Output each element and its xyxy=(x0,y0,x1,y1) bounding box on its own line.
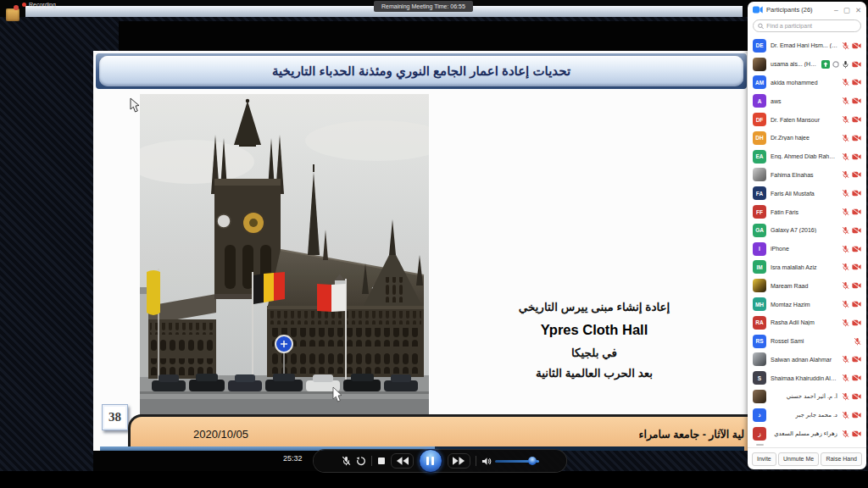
presentation-backdrop-top xyxy=(119,21,749,51)
participant-row[interactable]: usama als... (Host) xyxy=(748,55,866,74)
close-button[interactable]: ✕ xyxy=(855,6,861,14)
slide-footer-institution: لية الآثار - جامعة سامراء xyxy=(639,428,744,441)
recording-indicator: Recording xyxy=(22,2,56,8)
participant-row[interactable]: I iPhone xyxy=(748,240,866,258)
recording-app-icon[interactable] xyxy=(6,8,19,21)
participant-row[interactable]: ز زهراء زهير مسلم السعدي xyxy=(748,424,866,443)
restart-button[interactable] xyxy=(356,456,366,466)
slide-body-line: بعد الحرب العالمية الثانية xyxy=(473,363,715,384)
mute-mic-button[interactable] xyxy=(342,456,351,466)
participant-row[interactable]: RS Rossel Sami xyxy=(748,332,866,351)
participant-row[interactable]: Maream Raad xyxy=(748,276,866,295)
unmute-me-button[interactable]: Unmute Me xyxy=(778,452,819,466)
slide-footer-banner: 2020/10/05 لية الآثار - جامعة سامراء xyxy=(128,414,749,451)
participant-name: د. محمد جابر جبر xyxy=(771,412,837,419)
participant-icons xyxy=(854,337,861,346)
muted-mic-icon xyxy=(842,42,849,50)
participant-icons xyxy=(842,430,861,438)
video-off-icon xyxy=(852,135,861,141)
participant-icons xyxy=(842,115,861,124)
screen-share-area: تحديات إعادة اعمار الجامع النوري ومئذنة … xyxy=(0,17,868,471)
participant-row[interactable]: DF Dr. Faten Mansour xyxy=(748,110,866,129)
invite-button[interactable]: Invite xyxy=(752,452,776,466)
participant-name: أ. م. أثير أحمد حسني xyxy=(771,393,837,400)
participant-avatar: RA xyxy=(753,316,766,330)
participant-avatar xyxy=(753,58,766,71)
muted-mic-icon xyxy=(842,78,849,86)
search-input[interactable] xyxy=(766,23,856,29)
mouse-cursor-icon xyxy=(130,97,142,113)
participant-name: Fátin Fáris xyxy=(771,209,837,215)
maximize-button[interactable]: ▢ xyxy=(843,6,850,14)
participant-name: Eng. Ahmed Diab Raheem xyxy=(771,153,837,159)
participant-search[interactable] xyxy=(753,19,861,32)
participant-name: Isra malallah Aziz xyxy=(771,264,837,270)
participant-name: Dr. Faten Mansour xyxy=(771,117,837,123)
participant-row[interactable]: EA Eng. Ahmed Diab Raheem xyxy=(748,147,866,166)
participant-name: Faris Ali Mustafa xyxy=(771,191,837,197)
video-off-icon xyxy=(852,412,861,419)
participant-name: Dr. Emad Hani Hsm... (Me) xyxy=(771,42,837,48)
participant-row[interactable]: A aws xyxy=(748,92,866,110)
participant-name: Dr.Zryan hajee xyxy=(771,135,837,141)
speaker-icon[interactable] xyxy=(481,457,492,466)
volume-slider-handle[interactable] xyxy=(528,457,537,465)
presentation-slide: تحديات إعادة اعمار الجامع النوري ومئذنة … xyxy=(93,51,749,451)
muted-mic-icon xyxy=(842,170,849,179)
media-controls-bar xyxy=(314,450,566,472)
participant-row[interactable]: Fahima Elnahas xyxy=(748,166,866,185)
participant-icons xyxy=(842,374,861,382)
participant-name: Shaimaa Khairuddin Alda... xyxy=(771,375,837,381)
participants-title: Participants (26) xyxy=(766,6,831,14)
participant-avatar: د xyxy=(753,408,766,422)
participant-icons xyxy=(842,300,861,308)
muted-mic-icon xyxy=(842,134,849,142)
minimize-button[interactable]: – xyxy=(834,6,838,14)
participant-row[interactable]: AM akida mohammed xyxy=(748,74,866,92)
video-off-icon xyxy=(852,190,861,197)
participant-icons xyxy=(842,226,861,235)
participant-avatar: DE xyxy=(753,39,766,53)
participant-name: aws xyxy=(771,98,837,104)
participant-avatar xyxy=(753,390,766,403)
muted-mic-icon xyxy=(842,355,849,363)
participant-name: Momtaz Hazim xyxy=(771,302,837,308)
muted-mic-icon xyxy=(842,411,849,419)
participant-avatar: AM xyxy=(753,75,766,89)
participant-row[interactable]: GA Galaxy A7 (2016) xyxy=(748,221,866,240)
slide-body-line: إعادة إنشاء مبنى ييرس التاريخي xyxy=(473,297,715,318)
video-off-icon xyxy=(852,301,861,308)
participant-icons xyxy=(842,208,861,216)
participant-avatar: S xyxy=(753,371,766,385)
slide-title: تحديات إعادة اعمار الجامع النوري ومئذنة … xyxy=(99,56,743,86)
participant-row[interactable]: د د. محمد جابر جبر xyxy=(748,406,866,424)
fast-forward-button[interactable] xyxy=(448,453,470,469)
participant-row[interactable]: IM Isra malallah Aziz xyxy=(748,258,866,277)
top-bar: Recording Remaining Meeting Time: 06:55 xyxy=(0,0,868,17)
muted-mic-icon xyxy=(842,263,849,271)
raise-hand-button[interactable]: Raise Hand xyxy=(821,452,862,466)
participant-row[interactable]: FF Fátin Fáris xyxy=(748,202,866,221)
participant-avatar: DH xyxy=(753,131,766,145)
participant-row[interactable]: DE Dr. Emad Hani Hsm... (Me) xyxy=(748,36,866,55)
participant-row[interactable]: Salwan adnan Alahmar xyxy=(748,351,866,369)
participant-row[interactable]: S Shaimaa Khairuddin Alda... xyxy=(748,369,866,387)
participant-icons xyxy=(842,411,861,419)
participant-row[interactable]: FA Faris Ali Mustafa xyxy=(748,184,866,202)
muted-mic-icon xyxy=(842,300,849,308)
participant-icons xyxy=(821,60,861,69)
volume-slider[interactable] xyxy=(495,460,539,463)
participant-row[interactable]: MH Momtaz Hazim xyxy=(748,295,866,313)
participant-icons xyxy=(842,170,861,179)
rewind-button[interactable] xyxy=(391,453,414,469)
participant-avatar xyxy=(753,168,766,181)
pause-button[interactable] xyxy=(419,449,442,473)
participant-row[interactable]: أ. م. أثير أحمد حسني xyxy=(748,387,866,406)
slide-footer-date: 2020/10/05 xyxy=(193,428,248,441)
list-scroll-hint xyxy=(756,444,764,446)
muted-mic-icon xyxy=(842,374,849,382)
participant-avatar: GA xyxy=(753,224,766,237)
stop-button[interactable] xyxy=(377,457,386,465)
participant-row[interactable]: RA Rasha Adil Najm xyxy=(748,313,866,332)
participant-row[interactable]: DH Dr.Zryan hajee xyxy=(748,129,866,147)
